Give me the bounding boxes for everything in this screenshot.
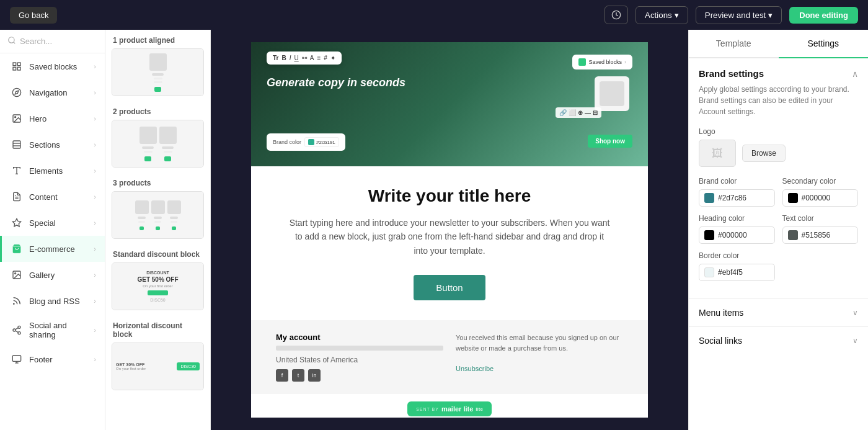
brand-color-group: Brand color #2d7c86 [699,177,775,207]
browse-button[interactable]: Browse [742,145,786,162]
text-color-swatch [788,230,798,240]
actions-label: Actions [645,11,672,20]
footer-icon [11,353,23,365]
right-sidebar: Template Settings Brand settings ∧ Apply… [688,30,868,430]
email-title[interactable]: Write your title here [288,186,611,206]
brand-color-input[interactable]: #2d7c86 [699,189,775,207]
footer-social-icons: f t in [276,369,443,382]
saved-blocks-card: Saved blocks › [572,55,632,69]
social-links-label: Social links [699,336,742,346]
email-body: Write your title here Start typing here … [251,166,648,320]
search-placeholder: Search... [20,37,52,46]
svg-line-27 [16,328,19,329]
svg-point-10 [15,117,16,118]
topbar: Go back Actions ▾ Preview and test ▾ Don… [0,0,868,30]
text-color-input[interactable]: #515856 [782,226,859,244]
block-item-3-products[interactable] [112,191,204,239]
secondary-color-group: Secondary color #000000 [782,177,859,207]
block-item-2-products[interactable] [112,120,204,168]
email-preview[interactable]: Tr B I U ⚯ A ≡ # ✦ Generate copy in seco… [211,30,688,430]
menu-items-label: Menu items [699,308,743,318]
block-item-discount-horizontal[interactable]: GET 30% OFF On your first order DISC30 [112,343,204,390]
collapse-icon[interactable]: ∧ [852,69,858,79]
heading-color-input[interactable]: #000000 [699,226,775,244]
twitter-icon[interactable]: t [292,369,304,382]
block-thumbnail-discount-standard: DISCOUNT GET 50% OFF On your first order… [112,263,203,310]
sidebar-item-sections[interactable]: Sections › [0,132,105,158]
brand-color-card: Brand color #2cb191 [267,133,345,151]
sidebar-item-elements[interactable]: Elements › [0,158,105,184]
secondary-color-swatch [788,193,798,203]
chevron-down-icon: ∨ [852,308,858,317]
sidebar-item-label: Gallery [29,271,87,280]
sidebar-item-label: Social and sharing [29,321,87,339]
badge-inner: SENT BY mailer lite lite [407,401,492,416]
logo-placeholder: 🖼 [699,140,736,167]
svg-marker-8 [15,91,19,94]
main-layout: Search... Saved blocks › Navigation › He… [0,30,868,430]
svg-line-2 [14,42,16,44]
search-box[interactable]: Search... [0,30,105,53]
block-item-1-product[interactable] [112,48,204,96]
sidebar-item-label: Sections [29,140,87,150]
heading-color-label: Heading color [699,214,775,223]
sidebar-item-social-sharing[interactable]: Social and sharing › [0,314,105,346]
chevron-right-icon: › [94,63,96,70]
chevron-right-icon: › [94,89,96,96]
preview-button[interactable]: Preview and test ▾ [696,6,782,24]
go-back-button[interactable]: Go back [10,7,57,24]
sidebar-item-navigation[interactable]: Navigation › [0,79,105,105]
sidebar-item-special[interactable]: Special › [0,210,105,236]
sidebar-item-label: E-commerce [29,244,87,254]
sidebar-item-hero[interactable]: Hero › [0,105,105,132]
sidebar-item-saved-blocks[interactable]: Saved blocks › [0,53,105,79]
social-links-row[interactable]: Social links ∨ [689,326,868,354]
footer-address-placeholder [276,346,443,351]
email-description[interactable]: Start typing here and introduce your new… [288,216,611,258]
unsubscribe-link[interactable]: Unsubscribe [456,365,494,372]
left-sidebar: Search... Saved blocks › Navigation › He… [0,30,105,430]
block-group-title: Horizontal discount block [105,315,210,343]
border-color-group: Border color #ebf4f5 [699,251,775,281]
logo-row: 🖼 Browse [699,140,858,167]
email-footer: My account United States of America f t … [251,320,648,394]
done-editing-button[interactable]: Done editing [789,7,858,24]
sidebar-item-label: Navigation [29,88,87,97]
brand-color-label: Brand color [699,177,775,186]
text-color-group: Text color #515856 [782,214,859,244]
shop-now-button[interactable]: Shop now [588,135,632,148]
block-group-title: 1 product aligned [105,30,210,48]
email-cta-button[interactable]: Button [414,275,485,300]
svg-rect-4 [17,63,20,66]
sidebar-item-label: Blog and RSS [29,297,87,306]
instagram-icon[interactable]: in [308,369,321,382]
svg-point-22 [14,303,14,304]
chevron-right-icon: › [94,271,96,279]
history-button[interactable] [604,6,628,24]
secondary-color-label: Secondary color [782,177,859,186]
sidebar-item-blog-rss[interactable]: Blog and RSS › [0,288,105,314]
menu-items-row[interactable]: Menu items ∨ [689,298,868,326]
sidebar-item-content[interactable]: Content › [0,184,105,210]
block-item-discount-standard[interactable]: DISCOUNT GET 50% OFF On your first order… [112,262,204,310]
tab-settings[interactable]: Settings [779,30,869,58]
sidebar-item-label: Footer [29,355,87,364]
facebook-icon[interactable]: f [276,369,288,382]
type-icon [11,164,23,177]
block-thumbnail-2-products [112,120,203,167]
sidebar-item-footer[interactable]: Footer › [0,346,105,372]
actions-button[interactable]: Actions ▾ [636,6,688,24]
text-color-label: Text color [782,214,859,223]
sidebar-item-gallery[interactable]: Gallery › [0,262,105,288]
gallery-icon [11,269,23,281]
preview-chevron-icon: ▾ [768,11,773,20]
logo-section: Logo 🖼 Browse [699,127,858,167]
secondary-color-input[interactable]: #000000 [782,189,859,207]
block-thumbnail-1-product [112,49,203,96]
chevron-right-icon: › [94,326,96,334]
svg-point-24 [13,329,16,331]
star-icon [11,217,23,229]
sidebar-item-ecommerce[interactable]: E-commerce › [0,236,105,262]
border-color-input[interactable]: #ebf4f5 [699,264,775,281]
tab-template[interactable]: Template [689,30,779,57]
